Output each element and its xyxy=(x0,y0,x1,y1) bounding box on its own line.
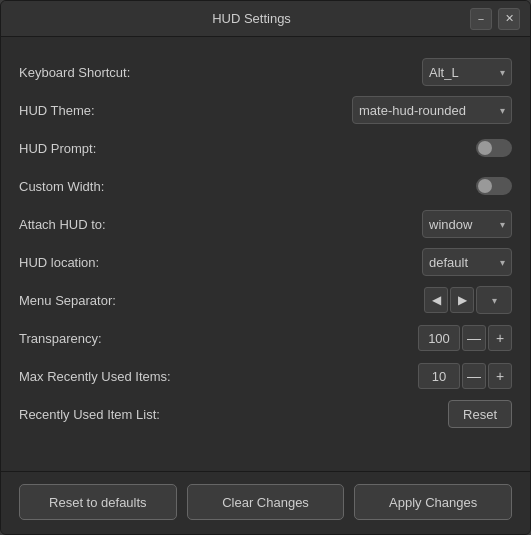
hud-theme-row: HUD Theme: mate-hud-rounded ▾ xyxy=(19,91,512,129)
hud-location-control: default ▾ xyxy=(422,248,512,276)
attach-hud-label: Attach HUD to: xyxy=(19,217,106,232)
hud-prompt-toggle[interactable] xyxy=(476,139,512,157)
separator-group: ◀ ▶ ▾ xyxy=(424,286,512,314)
max-recent-value: 10 xyxy=(418,363,460,389)
keyboard-shortcut-value: Alt_L xyxy=(429,65,459,80)
clear-changes-button[interactable]: Clear Changes xyxy=(187,484,345,520)
max-recent-increment[interactable]: + xyxy=(488,363,512,389)
menu-separator-control: ◀ ▶ ▾ xyxy=(424,286,512,314)
recent-list-reset-button[interactable]: Reset xyxy=(448,400,512,428)
keyboard-shortcut-dropdown[interactable]: Alt_L ▾ xyxy=(422,58,512,86)
apply-changes-button[interactable]: Apply Changes xyxy=(354,484,512,520)
menu-separator-label: Menu Separator: xyxy=(19,293,116,308)
reset-defaults-button[interactable]: Reset to defaults xyxy=(19,484,177,520)
max-recent-decrement[interactable]: — xyxy=(462,363,486,389)
hud-theme-control: mate-hud-rounded ▾ xyxy=(352,96,512,124)
recent-list-row: Recently Used Item List: Reset xyxy=(19,395,512,433)
attach-hud-row: Attach HUD to: window ▾ xyxy=(19,205,512,243)
max-recent-control: 10 — + xyxy=(418,363,512,389)
transparency-spinner: 100 — + xyxy=(418,325,512,351)
separator-left-btn[interactable]: ◀ xyxy=(424,287,448,313)
window: HUD Settings − ✕ Keyboard Shortcut: Alt_… xyxy=(0,0,531,535)
hud-location-value: default xyxy=(429,255,468,270)
transparency-row: Transparency: 100 — + xyxy=(19,319,512,357)
recent-list-control: Reset xyxy=(448,400,512,428)
max-recent-label: Max Recently Used Items: xyxy=(19,369,171,384)
custom-width-toggle[interactable] xyxy=(476,177,512,195)
transparency-increment[interactable]: + xyxy=(488,325,512,351)
attach-hud-control: window ▾ xyxy=(422,210,512,238)
max-recent-row: Max Recently Used Items: 10 — + xyxy=(19,357,512,395)
transparency-decrement[interactable]: — xyxy=(462,325,486,351)
transparency-label: Transparency: xyxy=(19,331,102,346)
titlebar: HUD Settings − ✕ xyxy=(1,1,530,37)
hud-prompt-knob xyxy=(478,141,492,155)
hud-location-dropdown[interactable]: default ▾ xyxy=(422,248,512,276)
window-title: HUD Settings xyxy=(33,11,470,26)
custom-width-knob xyxy=(478,179,492,193)
hud-theme-dropdown[interactable]: mate-hud-rounded ▾ xyxy=(352,96,512,124)
keyboard-shortcut-dropdown-arrow: ▾ xyxy=(500,67,505,78)
titlebar-controls: − ✕ xyxy=(470,8,520,30)
attach-hud-dropdown[interactable]: window ▾ xyxy=(422,210,512,238)
max-recent-spinner: 10 — + xyxy=(418,363,512,389)
menu-separator-row: Menu Separator: ◀ ▶ ▾ xyxy=(19,281,512,319)
separator-dropdown[interactable]: ▾ xyxy=(476,286,512,314)
hud-prompt-control xyxy=(476,139,512,157)
hud-prompt-row: HUD Prompt: xyxy=(19,129,512,167)
keyboard-shortcut-label: Keyboard Shortcut: xyxy=(19,65,130,80)
custom-width-row: Custom Width: xyxy=(19,167,512,205)
hud-theme-value: mate-hud-rounded xyxy=(359,103,466,118)
separator-right-btn[interactable]: ▶ xyxy=(450,287,474,313)
hud-theme-label: HUD Theme: xyxy=(19,103,95,118)
settings-content: Keyboard Shortcut: Alt_L ▾ HUD Theme: ma… xyxy=(1,37,530,471)
close-button[interactable]: ✕ xyxy=(498,8,520,30)
footer: Reset to defaults Clear Changes Apply Ch… xyxy=(1,471,530,534)
hud-prompt-label: HUD Prompt: xyxy=(19,141,96,156)
custom-width-label: Custom Width: xyxy=(19,179,104,194)
recent-list-label: Recently Used Item List: xyxy=(19,407,160,422)
hud-location-dropdown-arrow: ▾ xyxy=(500,257,505,268)
keyboard-shortcut-control: Alt_L ▾ xyxy=(422,58,512,86)
hud-theme-dropdown-arrow: ▾ xyxy=(500,105,505,116)
keyboard-shortcut-row: Keyboard Shortcut: Alt_L ▾ xyxy=(19,53,512,91)
transparency-control: 100 — + xyxy=(418,325,512,351)
custom-width-control xyxy=(476,177,512,195)
attach-hud-dropdown-arrow: ▾ xyxy=(500,219,505,230)
transparency-value: 100 xyxy=(418,325,460,351)
attach-hud-value: window xyxy=(429,217,472,232)
hud-location-label: HUD location: xyxy=(19,255,99,270)
minimize-button[interactable]: − xyxy=(470,8,492,30)
separator-dropdown-arrow: ▾ xyxy=(492,295,497,306)
hud-location-row: HUD location: default ▾ xyxy=(19,243,512,281)
